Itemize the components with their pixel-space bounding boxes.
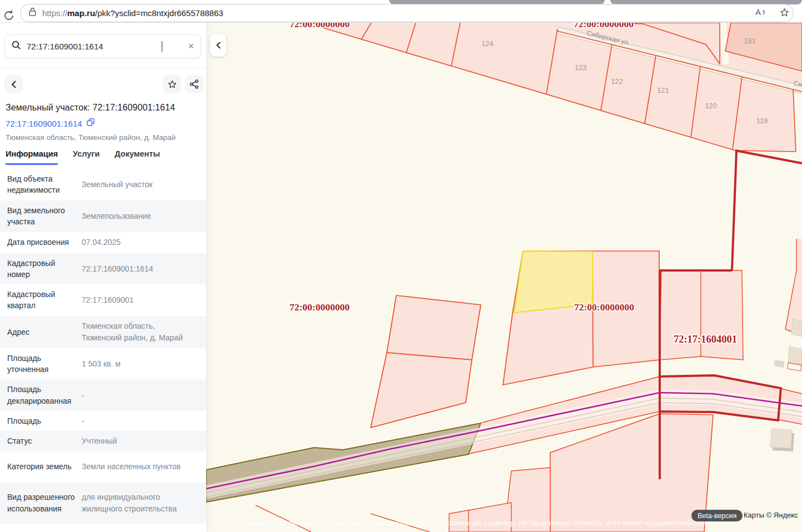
collapse-panel-button[interactable] <box>210 34 226 57</box>
tab-documents[interactable]: Документы <box>114 149 160 165</box>
parcel-number: 120 <box>705 102 717 110</box>
table-row: Площадь декларированная- <box>0 379 206 411</box>
back-button[interactable] <box>4 75 23 93</box>
quarter-label-clipped: 72:00:0000000 <box>574 23 634 29</box>
table-row: Вид земельного участкаЗемлепользование <box>0 200 206 232</box>
quarter-label: 72:00:0000000 <box>574 302 634 313</box>
url-text: https://map.ru/pkk?ysclid=mc8ntxjdr66557… <box>42 8 223 18</box>
beta-badge: Beta-версия <box>691 510 743 521</box>
table-row: Дата присвоения07.04.2025 <box>0 232 206 253</box>
sidebar-panel: × Земельный участок: 72:17:1609001:1614 … <box>0 23 206 532</box>
table-row: Вид разрешенного использованиядля индиви… <box>0 483 206 524</box>
tab-information[interactable]: Информация <box>6 149 58 165</box>
svg-text:A: A <box>755 7 761 17</box>
table-row: Вид объекта недвижимостиЗемельный участо… <box>0 168 206 200</box>
quarter-label: 72:00:0000000 <box>290 302 350 313</box>
reload-icon[interactable] <box>2 9 16 22</box>
read-aloud-icon[interactable]: A <box>755 7 768 20</box>
map-container: Сибирская ул. Сибирская ул. 124 151 123 … <box>206 23 802 532</box>
object-address: Тюменская область, Тюменский район, д. М… <box>6 133 176 142</box>
table-row: СтатусУчтенный <box>0 431 206 451</box>
browser-chrome: https://map.ru/pkk?ysclid=mc8ntxjdr66557… <box>0 0 802 23</box>
table-row: Площадь- <box>0 411 206 431</box>
divider <box>0 68 206 68</box>
share-button[interactable] <box>185 75 203 93</box>
parcel-number: 121 <box>657 86 669 94</box>
object-title: Земельный участок: 72:17:1609001:1614 <box>6 103 200 113</box>
page: https://map.ru/pkk?ysclid=mc8ntxjdr66557… <box>0 0 802 532</box>
url-bar[interactable]: https://map.ru/pkk?ysclid=mc8ntxjdr66557… <box>20 4 794 22</box>
quarter-label-clipped: 72:00:0000000 <box>290 23 350 29</box>
info-table: Вид объекта недвижимостиЗемельный участо… <box>0 168 206 524</box>
tab-services[interactable]: Услуги <box>73 149 99 165</box>
search-box[interactable]: × <box>4 34 201 58</box>
table-row: АдресТюменская область, Тюменский район,… <box>0 316 206 348</box>
quarter-number-label: 72:17:1604001 <box>674 334 737 345</box>
parcel-number: 122 <box>611 77 623 86</box>
cadastral-number-link[interactable]: 72:17:1609001:1614 <box>6 119 82 128</box>
table-row: Площадь уточненная1 503 кв. м <box>0 348 206 380</box>
favorite-star-icon[interactable] <box>779 7 790 20</box>
map-canvas[interactable]: Сибирская ул. Сибирская ул. 124 151 123 … <box>206 23 802 532</box>
parcel-number: 124 <box>481 39 494 48</box>
favorite-button[interactable] <box>163 75 181 93</box>
lock-icon <box>28 7 37 19</box>
search-icon <box>12 41 21 52</box>
yandex-attribution-link[interactable]: Карты © Яндекс <box>744 511 798 519</box>
parcel-number: 151 <box>744 37 756 45</box>
tabs-bar: Информация Услуги Документы <box>6 149 160 165</box>
table-row: Кадастровый квартал72:17:1609001 <box>0 284 206 316</box>
table-row: Категория земельЗемли населенных пунктов <box>0 451 206 483</box>
parcel-number: 123 <box>575 63 587 72</box>
clear-search-icon[interactable]: × <box>162 41 194 52</box>
parcel-number: 119 <box>756 117 768 125</box>
table-row: Кадастровый номер72:17:1609001:1614 <box>0 253 206 285</box>
copy-icon[interactable] <box>87 118 94 128</box>
